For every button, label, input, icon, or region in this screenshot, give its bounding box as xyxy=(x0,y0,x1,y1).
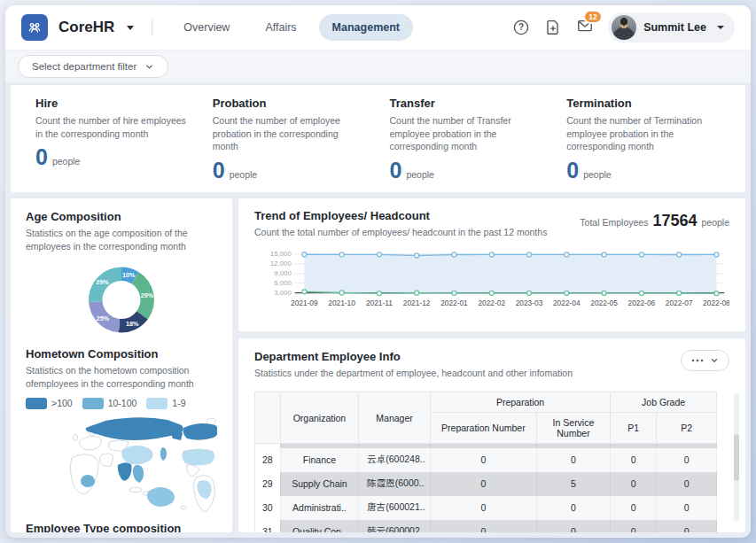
user-menu[interactable]: Summit Lee xyxy=(608,12,735,43)
stat-title: Transfer xyxy=(390,97,544,110)
stat-unit: people xyxy=(583,169,612,180)
app-logo[interactable] xyxy=(21,14,48,41)
help-icon[interactable]: ? xyxy=(512,19,530,36)
stat-title: Termination xyxy=(566,97,721,110)
chevron-down-icon xyxy=(144,62,154,72)
svg-text:2021-11: 2021-11 xyxy=(366,299,393,307)
stat-title: Hire xyxy=(35,97,190,110)
col-organization: Organization xyxy=(280,392,359,444)
filter-bar: Select department filter xyxy=(5,50,751,82)
legend-item: >100 xyxy=(26,398,73,409)
svg-text:2022-02: 2022-02 xyxy=(478,299,505,307)
svg-text:3,000: 3,000 xyxy=(274,289,291,297)
notification-badge: 12 xyxy=(583,10,603,24)
age-composition-desc: Statistics on the age composition of the… xyxy=(26,227,217,253)
svg-text:2022-07: 2022-07 xyxy=(666,299,693,307)
stat-transfer: Transfer Count the number of Transfer em… xyxy=(390,97,544,182)
colgroup-preparation: Preparation xyxy=(430,392,610,413)
col-p2: P2 xyxy=(657,413,717,444)
stat-desc: Count the number of Termination employee… xyxy=(566,114,721,153)
app-window: CoreHR Overview Affairs Management ? 12 xyxy=(5,5,751,538)
brand-name: CoreHR xyxy=(58,19,114,36)
dashboard-content: Hire Count the number of hire employees … xyxy=(5,82,751,538)
avatar xyxy=(612,15,636,40)
department-filter-label: Select department filter xyxy=(32,61,136,72)
more-icon xyxy=(691,359,704,362)
top-nav: CoreHR Overview Affairs Management ? 12 xyxy=(5,5,751,50)
stat-unit: people xyxy=(230,169,258,180)
table-options-button[interactable] xyxy=(681,350,729,371)
stat-unit: people xyxy=(406,169,434,180)
svg-text:2022-04: 2022-04 xyxy=(553,299,581,307)
svg-text:6,000: 6,000 xyxy=(274,279,291,287)
document-add-icon[interactable] xyxy=(544,19,562,36)
people-group-icon xyxy=(26,19,43,36)
svg-text:2022-01: 2022-01 xyxy=(440,299,468,307)
total-unit: people xyxy=(701,217,729,228)
nav-tab-affairs[interactable]: Affairs xyxy=(252,14,309,41)
col-in-service-number: In Service Number xyxy=(536,413,610,444)
stat-value: 0 xyxy=(35,146,48,168)
dept-desc: Statistics under the department of emplo… xyxy=(254,367,573,380)
stat-desc: Count the number of employee probation i… xyxy=(213,114,367,153)
hometown-legend: >100 10-100 1-9 xyxy=(26,398,217,409)
legend-swatch xyxy=(26,398,47,409)
stat-value: 0 xyxy=(390,159,402,182)
svg-text:2022-05: 2022-05 xyxy=(590,299,618,307)
department-filter-select[interactable]: Select department filter xyxy=(18,55,168,78)
nav-tab-management[interactable]: Management xyxy=(319,14,413,41)
trend-desc: Count the total number of employees/ hea… xyxy=(254,226,547,239)
col-manager: Manager xyxy=(359,392,431,444)
dept-title: Department Employee Info xyxy=(254,350,573,363)
world-map xyxy=(26,414,217,513)
svg-text:12,000: 12,000 xyxy=(270,260,292,268)
svg-text:15,000: 15,000 xyxy=(270,251,292,259)
svg-text:29%: 29% xyxy=(141,291,154,299)
stat-title: Probation xyxy=(213,97,367,110)
svg-text:9,000: 9,000 xyxy=(274,270,291,278)
svg-text:10%: 10% xyxy=(122,270,136,278)
svg-text:2021-10: 2021-10 xyxy=(328,299,355,307)
hometown-composition-desc: Statistics on the hometown composition o… xyxy=(26,364,217,391)
col-preparation-number: Preparation Number xyxy=(430,413,536,444)
total-label: Total Employees xyxy=(580,217,648,228)
age-donut-chart: 10%29%18%25%29% xyxy=(52,257,191,343)
stat-desc: Count the number of Transfer employee pr… xyxy=(390,114,544,153)
table-scrollbar-thumb[interactable] xyxy=(734,434,739,480)
table-row[interactable]: 30 Administrati.. 唐吉(600021.. 0 0 0 0 xyxy=(255,496,717,520)
trend-title: Trend of Employees/ Headcount xyxy=(254,209,547,222)
colgroup-job-grade: Job Grade xyxy=(611,392,717,413)
total-value: 17564 xyxy=(652,212,697,230)
stat-hire: Hire Count the number of hire employees … xyxy=(35,97,190,182)
table-row[interactable]: 31 Quality Con.. 韩云(600002. 0 0 0 0 xyxy=(255,520,717,532)
hometown-composition-title: Hometown Composition xyxy=(26,347,217,361)
col-index xyxy=(255,392,281,444)
brand-caret-icon[interactable] xyxy=(127,26,134,30)
user-caret-icon xyxy=(717,26,724,29)
composition-panel: Age Composition Statistics on the age co… xyxy=(11,198,232,532)
legend-item: 10-100 xyxy=(82,398,137,409)
mail-button[interactable]: 12 xyxy=(576,17,594,38)
nav-tab-overview[interactable]: Overview xyxy=(170,14,243,41)
user-name: Summit Lee xyxy=(643,21,706,34)
table-scrollbar xyxy=(734,393,739,522)
trend-panel: Trend of Employees/ Headcount Count the … xyxy=(238,198,745,331)
stat-value: 0 xyxy=(566,159,579,182)
total-employees: Total Employees 17564 people xyxy=(580,209,729,230)
table-row[interactable]: 28 Finance 云卓(600248.. 0 0 0 0 xyxy=(255,448,717,472)
stats-panel: Hire Count the number of hire employees … xyxy=(11,85,745,192)
svg-text:25%: 25% xyxy=(97,314,110,322)
stat-unit: people xyxy=(52,156,81,167)
department-table: Organization Manager Preparation Job Gra… xyxy=(254,392,729,532)
svg-text:2021-12: 2021-12 xyxy=(403,299,431,307)
nav-divider xyxy=(152,19,152,35)
svg-text:18%: 18% xyxy=(126,319,139,327)
nav-actions: ? 12 Summit Lee xyxy=(512,12,735,43)
table-row[interactable]: 29 Supply Chain 陈霞恩(6000.. 0 5 0 0 xyxy=(255,472,717,496)
department-panel: Department Employee Info Statistics unde… xyxy=(238,338,745,532)
stat-desc: Count the number of hire employees in th… xyxy=(35,114,190,140)
stat-probation: Probation Count the number of employee p… xyxy=(213,97,367,182)
employee-type-title: Employee Type composition xyxy=(26,522,217,532)
age-composition-title: Age Composition xyxy=(26,210,217,223)
svg-text:2022-06: 2022-06 xyxy=(628,299,656,307)
